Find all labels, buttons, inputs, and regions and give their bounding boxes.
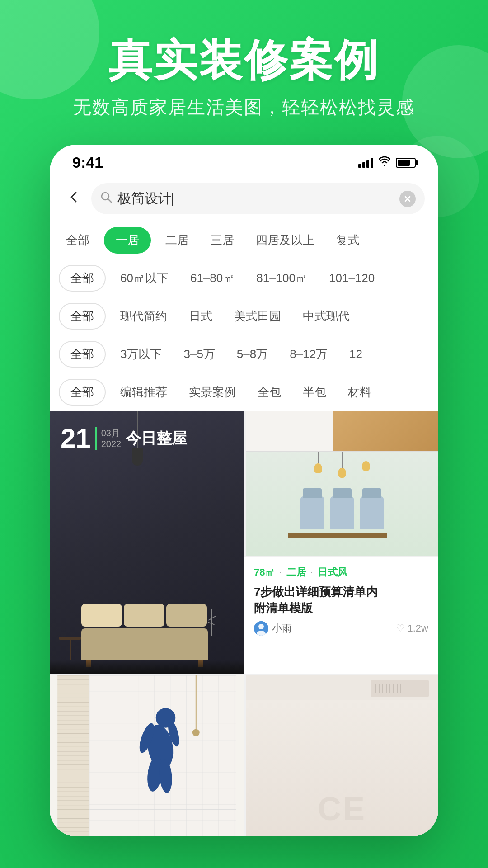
content-grid: 21 03月 2022 今日整屋 [50,411,438,674]
decorative-branch [207,609,217,624]
filter-budget-12plus[interactable]: 12 [342,343,370,366]
filter-budget-all[interactable]: 全部 [59,341,106,368]
like-number: 1.2w [408,623,428,634]
filter-area-60[interactable]: 60㎡以下 [113,266,176,291]
date-year: 2022 [101,439,122,449]
sofa-scene [59,604,208,660]
filter-row-type: 全部 编辑推荐 实景案例 全包 半包 材料 [59,373,429,411]
date-day: 21 [61,425,91,452]
filter-type-editor[interactable]: 编辑推荐 [113,380,174,405]
meta-style: 日式风 [318,566,347,579]
filter-type-full[interactable]: 全包 [250,380,288,405]
filter-area-81-100[interactable]: 81–100㎡ [249,266,314,291]
filter-budget-3-5[interactable]: 3–5万 [176,342,222,367]
date-info: 03月 2022 [101,428,122,449]
svg-point-5 [258,624,264,629]
meta-area: 78㎡ [254,566,275,579]
filter-row-style: 全部 现代简约 日式 美式田园 中式现代 [59,297,429,335]
heart-icon: ♡ [396,623,405,634]
filter-type-material[interactable]: 材料 [341,380,379,405]
filter-style-all[interactable]: 全部 [59,303,106,330]
floor-shadow [50,660,244,674]
phone-mockup: 9:41 [50,145,438,836]
filter-2ju[interactable]: 二居 [158,228,196,253]
text-cursor [172,193,173,206]
filter-4ju-plus[interactable]: 四居及以上 [249,228,322,253]
header-section: 真实装修案例 无数高质家居生活美图，轻轻松松找灵感 [0,0,488,120]
wall-grid-svg [50,675,244,836]
filter-row-budget: 全部 3万以下 3–5万 5–8万 8–12万 12 [59,335,429,373]
date-badge: 21 03月 2022 今日整屋 [61,425,233,452]
search-box[interactable]: 极简设计 [91,183,425,214]
status-bar: 9:41 [50,145,438,176]
author-name: 小雨 [272,622,292,635]
card-minimal-room[interactable]: CE [244,674,438,836]
search-area: 极简设计 [50,176,438,222]
card-right-info: 78㎡ · 二居 · 日式风 7步做出详细预算清单内 附清单模版 [244,556,438,674]
filter-budget-3[interactable]: 3万以下 [113,342,169,367]
date-month: 03月 [101,428,122,439]
filter-style-modern[interactable]: 现代简约 [113,304,174,329]
search-icon [100,191,112,206]
search-input[interactable]: 极简设计 [117,189,394,208]
side-table [59,637,81,660]
main-title: 真实装修案例 [0,36,488,84]
battery-icon [396,158,416,168]
upper-cabinets [246,411,438,452]
filter-budget-5-8[interactable]: 5–8万 [230,342,275,367]
card-title-line1: 7步做出详细预算清单内 [254,585,378,599]
filter-style-japanese[interactable]: 日式 [182,304,220,329]
meta-room: 二居 [286,566,306,579]
ceiling-ac-unit [371,680,429,697]
wifi-icon [379,156,390,169]
filter-section: 全部 一居 二居 三居 四居及以上 复式 全部 60㎡以下 61–80㎡ 81–… [50,222,438,411]
filter-style-american[interactable]: 美式田园 [227,304,288,329]
dining-table [288,496,396,538]
bottom-grid: CE [50,674,438,836]
card-title-line2: 附清单模版 [254,601,313,615]
right-column: 78㎡ · 二居 · 日式风 7步做出详细预算清单内 附清单模版 [244,411,438,674]
card-date-overlay: 21 03月 2022 今日整屋 [50,411,244,461]
filter-style-chinese[interactable]: 中式现代 [296,304,357,329]
minimal-room-scene: CE [246,675,438,836]
back-button[interactable] [63,186,84,211]
filter-area-61-80[interactable]: 61–80㎡ [183,266,242,291]
date-divider [95,427,97,450]
sub-title: 无数高质家居生活美图，轻轻松松找灵感 [0,95,488,120]
filter-type-real[interactable]: 实景案例 [182,380,243,405]
date-label: 今日整屋 [126,428,187,449]
search-clear-button[interactable] [399,191,416,207]
filter-budget-8-12[interactable]: 8–12万 [282,342,335,367]
filter-1ju[interactable]: 一居 [104,227,151,254]
svg-point-47 [192,729,200,736]
pendant-lights-dining [314,452,370,478]
card-footer: 小雨 ♡ 1.2w [254,621,428,636]
filter-row-area: 全部 60㎡以下 61–80㎡ 81–100㎡ 101–120 [59,259,429,297]
white-cabinet [246,411,333,451]
filter-type-half[interactable]: 半包 [296,380,333,405]
svg-line-1 [108,199,111,202]
status-icons [358,156,416,169]
card-meta-tags: 78㎡ · 二居 · 日式风 [254,566,428,579]
filter-all-1[interactable]: 全部 [59,228,97,253]
filter-duplex[interactable]: 复式 [329,228,367,253]
card-title: 7步做出详细预算清单内 附清单模版 [254,584,428,617]
battery-fill [398,160,410,166]
search-query-text: 极简设计 [117,191,172,206]
wood-cabinet [333,411,438,451]
author-avatar [254,621,268,636]
signal-bars-icon [358,158,373,168]
card-art-room[interactable] [50,674,244,836]
ce-text: CE [318,790,366,827]
status-time: 9:41 [72,154,103,171]
card-daily-room[interactable]: 21 03月 2022 今日整屋 [50,411,244,674]
filter-area-all[interactable]: 全部 [59,265,106,292]
filter-row-room-count: 全部 一居 二居 三居 四居及以上 复式 [59,222,429,259]
card-kitchen-dining[interactable] [244,411,438,556]
filter-type-all[interactable]: 全部 [59,379,106,406]
sofa [81,604,208,660]
filter-area-101-120[interactable]: 101–120 [322,267,382,290]
like-count: ♡ 1.2w [396,623,428,634]
author-info: 小雨 [254,621,292,636]
filter-3ju[interactable]: 三居 [203,228,241,253]
